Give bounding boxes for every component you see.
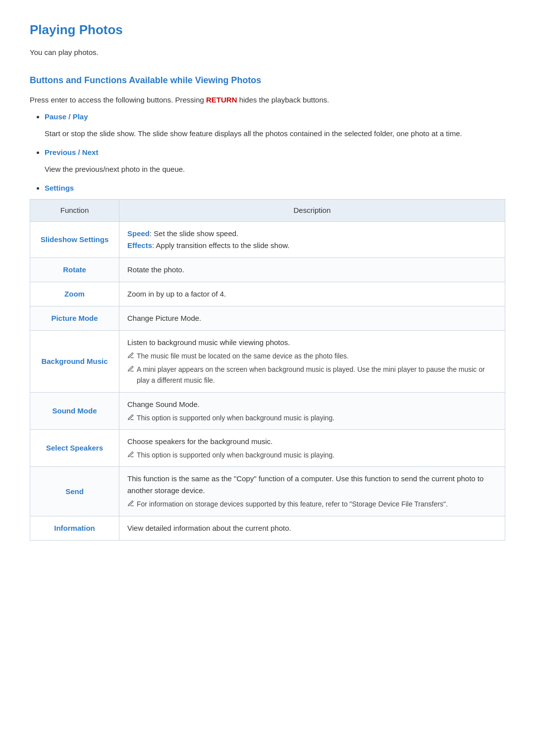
bullets-list: Pause / Play [45, 111, 505, 123]
table-row: Sound ModeChange Sound Mode.This option … [30, 392, 505, 429]
desc-bold-prefix-line: Speed: Set the slide show speed. [127, 228, 497, 240]
note-text: The music file must be located on the sa… [137, 351, 349, 361]
table-row: Select SpeakersChoose speakers for the b… [30, 429, 505, 466]
table-header-row: Function Description [30, 200, 505, 222]
note-line: The music file must be located on the sa… [127, 351, 497, 361]
desc-main-text: This function is the same as the "Copy" … [127, 473, 497, 497]
table-cell-function: Background Music [30, 331, 119, 392]
section-intro-after: hides the playback buttons. [237, 96, 329, 104]
table-row: InformationView detailed information abo… [30, 516, 505, 540]
bullet-desc-prev-next: View the previous/next photo in the queu… [45, 163, 505, 175]
bullet-label-settings: Settings [45, 184, 74, 192]
section-title: Buttons and Functions Available while Vi… [30, 73, 505, 88]
intro-text: You can play photos. [30, 47, 505, 58]
note-line: This option is supported only when backg… [127, 412, 497, 423]
bullet-desc-pause-play: Start or stop the slide show. The slide … [45, 128, 505, 140]
functions-table: Function Description Slideshow SettingsS… [30, 199, 505, 540]
note-line: A mini player appears on the screen when… [127, 364, 497, 386]
table-cell-description: Rotate the photo. [119, 258, 505, 282]
bullet-label-pause-play: Pause / Play [45, 112, 88, 121]
bullet-label-prev-next: Previous / Next [45, 148, 98, 156]
list-item-settings: Settings [45, 182, 505, 194]
table-row: Background MusicListen to background mus… [30, 331, 505, 392]
table-row: SendThis function is the same as the "Co… [30, 467, 505, 516]
table-cell-function: Sound Mode [30, 392, 119, 429]
table-cell-function: Zoom [30, 282, 119, 306]
note-text: This option is supported only when backg… [137, 450, 334, 460]
note-line: For information on storage devices suppo… [127, 499, 497, 509]
table-cell-description: View detailed information about the curr… [119, 516, 505, 540]
section-intro: Press enter to access the following butt… [30, 94, 505, 106]
return-key-label: RETURN [206, 96, 237, 104]
list-item-prev-next: Previous / Next [45, 147, 505, 158]
desc-main-text: View detailed information about the curr… [127, 522, 497, 534]
table-cell-description: Change Sound Mode.This option is support… [119, 392, 505, 429]
section-intro-before: Press enter to access the following butt… [30, 96, 206, 104]
note-text: A mini player appears on the screen when… [137, 364, 497, 386]
desc-bold-prefix-line: Effects: Apply transition effects to the… [127, 240, 497, 252]
note-pencil-icon [127, 352, 134, 359]
table-cell-description: Speed: Set the slide show speed.Effects:… [119, 222, 505, 258]
table-cell-function: Send [30, 467, 119, 516]
table-cell-description: Choose speakers for the background music… [119, 429, 505, 466]
table-cell-description: Zoom in by up to a factor of 4. [119, 282, 505, 306]
bullets-list-3: Settings [45, 182, 505, 194]
desc-main-text: Change Sound Mode. [127, 399, 497, 410]
desc-main-text: Change Picture Mode. [127, 312, 497, 324]
table-row: RotateRotate the photo. [30, 258, 505, 282]
table-cell-description: Listen to background music while viewing… [119, 331, 505, 392]
bullets-list-2: Previous / Next [45, 147, 505, 158]
table-row: ZoomZoom in by up to a factor of 4. [30, 282, 505, 306]
table-cell-function: Select Speakers [30, 429, 119, 466]
note-pencil-icon [127, 414, 134, 421]
desc-main-text: Zoom in by up to a factor of 4. [127, 288, 497, 300]
note-text: For information on storage devices suppo… [137, 499, 448, 509]
note-pencil-icon [127, 451, 134, 458]
desc-main-text: Rotate the photo. [127, 264, 497, 276]
note-pencil-icon [127, 365, 134, 372]
col-header-function: Function [30, 200, 119, 222]
table-row: Picture ModeChange Picture Mode. [30, 306, 505, 331]
table-cell-function: Picture Mode [30, 306, 119, 331]
note-text: This option is supported only when backg… [137, 412, 334, 423]
desc-main-text: Choose speakers for the background music… [127, 436, 497, 448]
table-cell-description: Change Picture Mode. [119, 306, 505, 331]
col-header-description: Description [119, 200, 505, 222]
table-cell-description: This function is the same as the "Copy" … [119, 467, 505, 516]
note-line: This option is supported only when backg… [127, 450, 497, 460]
note-pencil-icon [127, 500, 134, 507]
desc-bold-label: Effects [127, 241, 152, 250]
list-item-pause-play: Pause / Play [45, 111, 505, 123]
table-cell-function: Slideshow Settings [30, 222, 119, 258]
page-title: Playing Photos [30, 20, 505, 41]
table-row: Slideshow SettingsSpeed: Set the slide s… [30, 222, 505, 258]
table-cell-function: Rotate [30, 258, 119, 282]
table-cell-function: Information [30, 516, 119, 540]
desc-main-text: Listen to background music while viewing… [127, 337, 497, 349]
desc-bold-label: Speed [127, 229, 150, 238]
